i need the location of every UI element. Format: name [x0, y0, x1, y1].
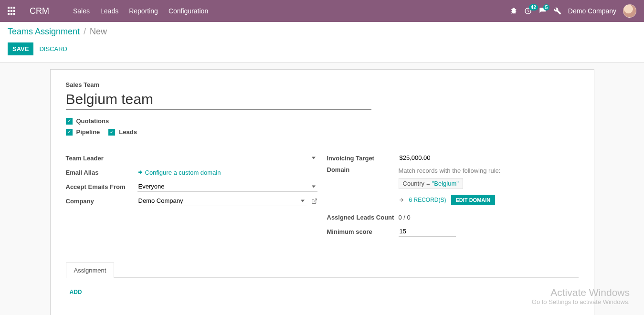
save-button[interactable]: Save [8, 42, 33, 55]
checkbox-checked-icon: ✓ [66, 118, 73, 125]
apps-icon[interactable] [8, 7, 16, 15]
settings-icon[interactable] [554, 7, 561, 15]
check-quotations-label: Quotations [76, 117, 109, 125]
team-leader-label: Team Leader [66, 155, 137, 162]
nav-configuration[interactable]: Configuration [169, 7, 208, 15]
user-avatar[interactable] [623, 4, 636, 18]
messages-icon[interactable]: 5 [538, 7, 547, 15]
notebook: Assignment Add [66, 262, 579, 306]
nav-sales[interactable]: Sales [73, 7, 90, 15]
tab-assignment[interactable]: Assignment [66, 262, 115, 278]
configure-domain-text: Configure a custom domain [145, 169, 221, 176]
app-header: CRM Sales Leads Reporting Configuration … [0, 0, 644, 22]
invoicing-target-input[interactable] [399, 153, 465, 163]
activity-icon[interactable]: 42 [524, 7, 532, 15]
title-label: Sales Team [66, 81, 579, 88]
check-leads-label: Leads [119, 128, 137, 136]
assigned-leads-label: Assigned Leads Count [327, 214, 399, 221]
records-count-link[interactable]: 6 record(s) [409, 197, 446, 203]
email-alias-label: Email Alias [66, 169, 137, 176]
invoicing-target-label: Invoicing Target [327, 155, 399, 162]
company-label: Company [66, 198, 137, 205]
domain-rule-chip[interactable]: Country = "Belgium" [399, 178, 463, 189]
discard-button[interactable]: Discard [39, 45, 67, 52]
accept-emails-label: Accept Emails From [66, 183, 137, 190]
form-sheet: Sales Team ✓ Quotations ✓ Pipeline ✓ Lea… [50, 69, 594, 315]
checkbox-checked-icon: ✓ [66, 129, 73, 136]
check-pipeline[interactable]: ✓ Pipeline [66, 128, 100, 136]
main-nav: Sales Leads Reporting Configuration [73, 7, 208, 15]
header-right: 42 5 Demo Company [510, 4, 636, 18]
activity-badge: 42 [529, 4, 538, 10]
breadcrumb: Teams Assignment / New [8, 27, 636, 37]
form-right-column: Invoicing Target Domain Match records wi… [327, 152, 579, 240]
domain-field-name: Country [403, 180, 425, 187]
debug-icon[interactable] [510, 7, 517, 15]
assigned-leads-value: 0 / 0 [399, 214, 411, 221]
arrow-right-icon [399, 197, 404, 203]
min-score-label: Minimum score [327, 228, 399, 235]
edit-domain-button[interactable]: Edit Domain [451, 195, 496, 205]
domain-hint: Match records with the following rule: [399, 167, 579, 174]
team-name-input[interactable] [66, 90, 371, 110]
domain-value: "Belgium" [432, 180, 459, 187]
accept-emails-select[interactable] [137, 181, 317, 192]
domain-label: Domain [327, 166, 399, 173]
control-panel: Teams Assignment / New Save Discard [0, 22, 644, 63]
breadcrumb-root[interactable]: Teams Assignment [8, 27, 80, 37]
breadcrumb-current: New [90, 27, 107, 37]
checkbox-checked-icon: ✓ [108, 129, 115, 136]
company-switcher[interactable]: Demo Company [568, 7, 616, 15]
check-quotations[interactable]: ✓ Quotations [66, 117, 109, 125]
messages-badge: 5 [543, 4, 550, 10]
add-assignment-button[interactable]: Add [70, 289, 82, 295]
form-left-column: Team Leader Email Alias Configure a cust… [66, 152, 317, 240]
breadcrumb-sep: / [84, 27, 86, 37]
nav-reporting[interactable]: Reporting [129, 7, 158, 15]
external-link-icon[interactable] [311, 198, 317, 204]
check-pipeline-label: Pipeline [76, 128, 100, 136]
configure-domain-link[interactable]: Configure a custom domain [137, 169, 221, 176]
company-input[interactable] [137, 196, 306, 206]
domain-operator: = [426, 180, 430, 187]
check-leads[interactable]: ✓ Leads [108, 128, 137, 136]
min-score-input[interactable] [399, 226, 456, 237]
nav-leads[interactable]: Leads [100, 7, 118, 15]
team-leader-input[interactable] [137, 153, 317, 163]
app-brand[interactable]: CRM [30, 6, 49, 16]
